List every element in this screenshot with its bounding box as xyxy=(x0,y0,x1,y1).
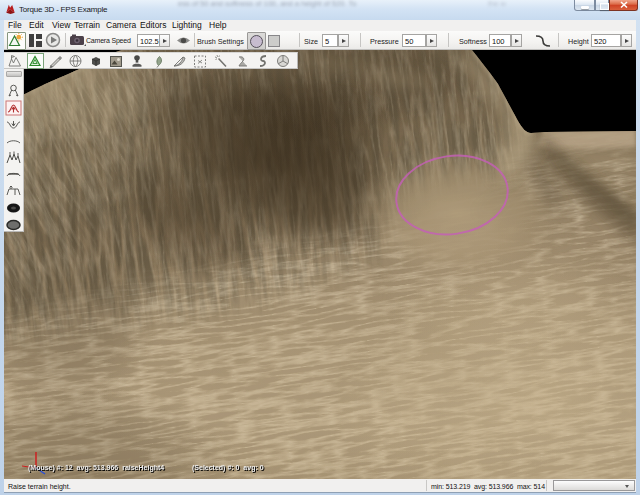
svg-text:(Mouse) #: 12 avg: 513.966 r: (Mouse) #: 12 avg: 513.966 raiseHeight4 xyxy=(28,464,164,472)
svg-text:(Selected) #: 0 avg: 0: (Selected) #: 0 avg: 0 xyxy=(192,464,264,472)
